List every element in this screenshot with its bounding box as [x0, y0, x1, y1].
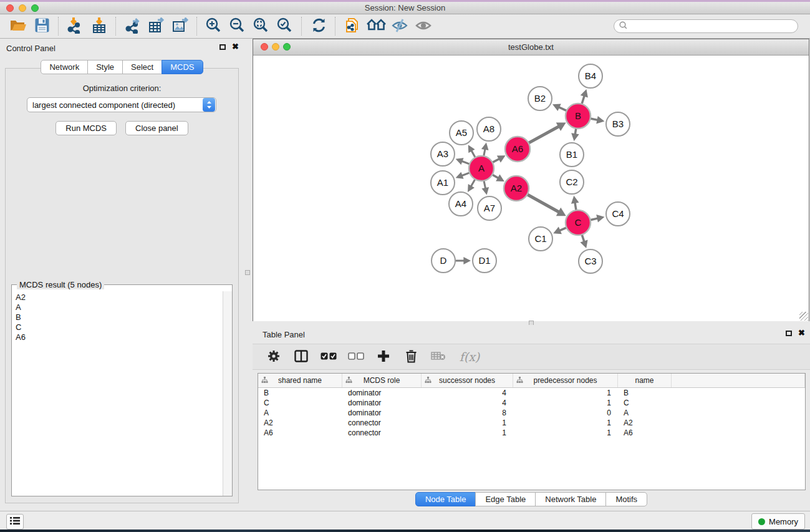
export-table-button[interactable]: [145, 16, 168, 37]
import-table-button[interactable]: [87, 16, 111, 37]
result-item[interactable]: A6: [16, 332, 219, 342]
table-cell: B: [618, 388, 672, 398]
vertical-split-divider[interactable]: [244, 39, 253, 511]
float-panel-icon[interactable]: [786, 331, 792, 336]
table-cell: 1: [513, 398, 618, 408]
export-table-icon: [148, 17, 165, 36]
result-scrollbar[interactable]: [223, 291, 232, 496]
refresh-icon: [311, 17, 327, 35]
tab-select[interactable]: Select: [122, 60, 162, 74]
network-from-document-button[interactable]: [340, 16, 364, 37]
criterion-select[interactable]: largest connected component (directed): [27, 97, 216, 112]
close-panel-button[interactable]: Close panel: [125, 121, 188, 135]
unchecked-boxes-icon: [348, 352, 364, 362]
table-cell: A: [258, 408, 342, 418]
memory-button[interactable]: Memory: [751, 513, 805, 530]
add-column-button[interactable]: [372, 347, 395, 367]
checked-boxes-icon: [321, 352, 337, 362]
save-session-button[interactable]: [30, 16, 54, 37]
table-settings-button[interactable]: [263, 347, 285, 367]
application-window: Session: New Session Control Panel: [0, 0, 810, 532]
plus-icon: [377, 350, 390, 364]
tab-mcds[interactable]: MCDS: [162, 60, 203, 74]
split-view-button[interactable]: [290, 347, 312, 367]
result-item[interactable]: C: [16, 322, 219, 332]
fx-icon: f(x): [460, 350, 480, 364]
toolbar-separator: [58, 17, 59, 36]
window-resize-grip[interactable]: [799, 312, 808, 321]
export-network-button[interactable]: [121, 16, 145, 37]
table-row[interactable]: A2connector11A2: [258, 418, 805, 428]
result-item[interactable]: A: [16, 302, 219, 312]
graph-node-label: A5: [456, 127, 467, 138]
delete-table-button[interactable]: [427, 347, 450, 367]
home-button[interactable]: [364, 16, 388, 37]
graph-edge-A-A4: [471, 179, 475, 186]
divider-handle[interactable]: [245, 270, 250, 275]
eye-slash-icon: [391, 18, 408, 35]
column-header-name[interactable]: name: [618, 374, 672, 387]
column-header-predecessor-nodes[interactable]: predecessor nodes: [513, 374, 618, 387]
network-window-title: testGlobe.txt: [253, 42, 809, 52]
control-panel-title: Control Panel: [6, 44, 55, 53]
tab-node-table[interactable]: Node Table: [415, 492, 476, 506]
close-panel-icon[interactable]: ✖: [798, 330, 805, 336]
table-row[interactable]: Cdominator41C: [258, 398, 805, 408]
network-canvas[interactable]: B4B2BB3A5A8A6A3B1AA1C2A2A4A7C4CC1DD1C3: [253, 56, 809, 321]
tab-style[interactable]: Style: [87, 60, 123, 74]
delete-column-button[interactable]: [400, 347, 422, 367]
toolbar-separator: [301, 17, 302, 36]
search-field[interactable]: [614, 19, 798, 33]
tab-motifs[interactable]: Motifs: [605, 492, 647, 506]
float-panel-icon[interactable]: [219, 44, 226, 50]
unselect-all-columns-button[interactable]: [345, 347, 367, 367]
select-all-columns-button[interactable]: [317, 347, 340, 367]
tab-network[interactable]: Network: [41, 60, 88, 74]
delete-table-icon: [431, 351, 446, 362]
table-row[interactable]: Bdominator41B: [258, 388, 805, 398]
trash-icon: [405, 349, 417, 365]
table-cell: 4: [422, 388, 513, 398]
table-row[interactable]: Adominator80A: [258, 408, 805, 418]
hide-details-button[interactable]: [388, 16, 412, 37]
column-header-shared-name[interactable]: shared name: [258, 374, 342, 387]
show-details-button[interactable]: [412, 16, 435, 37]
close-panel-icon[interactable]: ✖: [232, 44, 239, 50]
column-type-icon: [345, 377, 352, 385]
export-image-button[interactable]: [168, 16, 192, 37]
import-network-icon: [67, 17, 84, 36]
search-input[interactable]: [630, 21, 793, 31]
table-row[interactable]: A6connector11A6: [258, 428, 805, 438]
export-network-icon: [125, 17, 142, 36]
optimization-criterion-label: Optimization criterion:: [6, 84, 238, 93]
tab-edge-table[interactable]: Edge Table: [475, 492, 536, 506]
mcds-result-title: MCDS result (5 nodes): [17, 280, 104, 289]
zoom-out-button[interactable]: [226, 16, 249, 37]
zoom-fit-button[interactable]: [249, 16, 273, 37]
function-builder-button[interactable]: f(x): [455, 347, 485, 367]
graph-arrowhead: [596, 116, 604, 123]
graph-node-label: D: [440, 255, 447, 266]
graph-edge-A-A7: [484, 181, 486, 189]
table-cell: connector: [342, 428, 422, 438]
table-cell: B: [258, 388, 342, 398]
import-network-button[interactable]: [64, 16, 87, 37]
column-header-mcds-role[interactable]: MCDS role: [342, 374, 422, 387]
open-session-button[interactable]: [6, 16, 30, 37]
main-toolbar: [0, 14, 810, 39]
split-columns-icon: [294, 350, 308, 364]
task-history-button[interactable]: [6, 514, 24, 530]
criterion-selected-value: largest connected component (directed): [27, 100, 203, 110]
run-mcds-button[interactable]: Run MCDS: [55, 121, 117, 135]
column-header-successor-nodes[interactable]: successor nodes: [422, 374, 513, 387]
result-item[interactable]: B: [16, 312, 219, 322]
network-window-titlebar[interactable]: testGlobe.txt: [253, 39, 809, 56]
zoom-selected-button[interactable]: [273, 16, 297, 37]
save-floppy-icon: [35, 18, 49, 34]
result-item[interactable]: A2: [16, 293, 219, 302]
zoom-in-button[interactable]: [202, 16, 226, 37]
refresh-button[interactable]: [307, 16, 330, 37]
tab-network-table[interactable]: Network Table: [535, 492, 606, 506]
mcds-tab-content: Optimization criterion: largest connecte…: [5, 68, 239, 503]
table-cell: C: [618, 398, 672, 408]
